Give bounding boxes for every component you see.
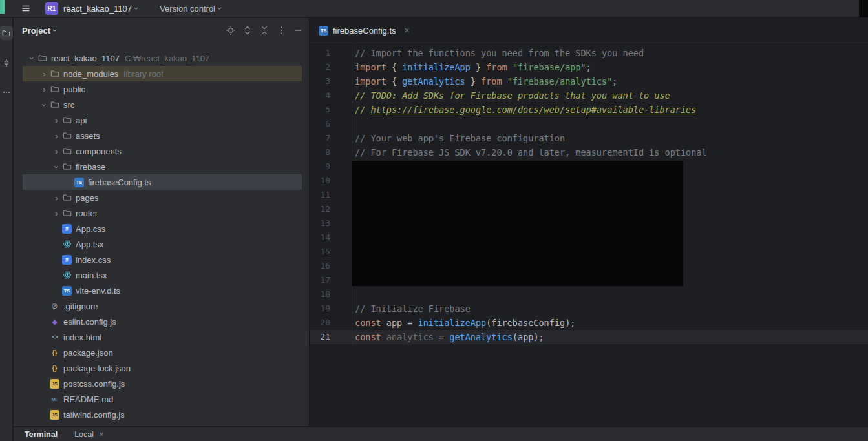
hamburger-menu-icon[interactable]: [21, 3, 31, 14]
code-view[interactable]: 1// Import the functions you need from t…: [310, 43, 868, 344]
tree-item-react_kakao_1107[interactable]: ›react_kakao_1107C:₩react_kakao_1107: [14, 50, 309, 66]
code-line-6[interactable]: 6: [310, 117, 868, 131]
chevron-collapsed-icon[interactable]: ›: [51, 147, 62, 156]
folder-icon: [50, 100, 59, 110]
folder-icon: [50, 85, 59, 94]
code-line-4[interactable]: 4// TODO: Add SDKs for Firebase products…: [310, 88, 868, 103]
code-line-19[interactable]: 19// Initialize Firebase: [310, 302, 868, 316]
line-number[interactable]: 10: [310, 174, 352, 188]
code-line-21[interactable]: 21const analytics = getAnalytics(app);: [310, 330, 868, 344]
close-tab-icon[interactable]: ×: [405, 25, 410, 36]
tree-item-index.css[interactable]: #index.css: [14, 252, 309, 267]
project-badge[interactable]: R1: [45, 2, 58, 15]
terminal-tab-local[interactable]: Local ×: [74, 429, 103, 439]
project-panel-title[interactable]: Project ›: [22, 26, 56, 36]
close-icon[interactable]: ×: [99, 429, 104, 439]
code-line-18[interactable]: 18: [310, 287, 868, 302]
code-line-20[interactable]: 20const app = initializeApp(firebaseConf…: [310, 316, 868, 330]
tree-item-api[interactable]: ›api: [14, 112, 309, 128]
chevron-expanded-icon[interactable]: ›: [27, 53, 37, 64]
terminal-tool-label[interactable]: Terminal: [25, 430, 58, 439]
line-number[interactable]: 9: [310, 159, 352, 174]
tree-item-App.css[interactable]: #App.css: [14, 221, 309, 236]
chevron-collapsed-icon[interactable]: ›: [39, 69, 50, 79]
code-line-2[interactable]: 2import { initializeApp } from "firebase…: [310, 60, 868, 74]
hide-icon[interactable]: [293, 25, 303, 36]
chevron-collapsed-icon[interactable]: ›: [51, 209, 62, 218]
more-tool-windows-button[interactable]: [0, 85, 13, 99]
editor-tab-firebaseConfig[interactable]: TS firebaseConfig.ts ×: [319, 25, 410, 36]
code-token: =: [434, 332, 449, 342]
code-line-3[interactable]: 3import { getAnalytics } from "firebase/…: [310, 74, 868, 88]
tree-item-components[interactable]: ›components: [14, 143, 309, 159]
tree-item-main.tsx[interactable]: main.tsx: [14, 267, 309, 283]
tree-item-tailwind.config.js[interactable]: JStailwind.config.js: [14, 407, 309, 422]
line-number[interactable]: 16: [310, 259, 352, 273]
chevron-collapsed-icon[interactable]: ›: [39, 85, 50, 94]
project-panel-header: Project ›: [14, 18, 309, 43]
tree-item-App.tsx[interactable]: App.tsx: [14, 236, 309, 252]
line-number[interactable]: 7: [310, 131, 352, 145]
tree-item-router[interactable]: ›router: [14, 205, 309, 221]
tree-item-label: src: [63, 100, 74, 110]
tree-item-pages[interactable]: ›pages: [14, 190, 309, 205]
tree-item-.gitignore[interactable]: ⊘.gitignore: [14, 298, 309, 314]
chevron-expanded-icon[interactable]: ›: [39, 99, 49, 110]
tree-item-public[interactable]: ›public: [14, 81, 309, 97]
tree-item-index.html[interactable]: <>index.html: [14, 329, 309, 345]
tool-window-strip: [0, 18, 13, 441]
commit-tool-button[interactable]: [0, 56, 13, 70]
project-tool-button[interactable]: [0, 26, 13, 40]
line-number[interactable]: 19: [310, 302, 352, 316]
tree-item-package-lock.json[interactable]: {}package-lock.json: [14, 360, 309, 376]
line-number[interactable]: 3: [310, 74, 352, 88]
line-number[interactable]: 18: [310, 287, 352, 302]
line-number[interactable]: 13: [310, 216, 352, 231]
code-line-7[interactable]: 7// Your web app's Firebase configuratio…: [310, 131, 868, 145]
line-number[interactable]: 14: [310, 231, 352, 245]
tree-item-vite-env.d.ts[interactable]: TSvite-env.d.ts: [14, 283, 309, 298]
tree-item-assets[interactable]: ›assets: [14, 128, 309, 143]
code-token: }: [465, 76, 481, 87]
line-number[interactable]: 2: [310, 60, 352, 74]
line-number[interactable]: 1: [310, 46, 352, 60]
expand-all-icon[interactable]: [242, 25, 253, 36]
chevron-collapsed-icon[interactable]: ›: [51, 131, 62, 141]
tree-item-eslint.config.js[interactable]: ◆eslint.config.js: [14, 314, 309, 329]
tree-item-package.json[interactable]: {}package.json: [14, 345, 309, 360]
options-icon[interactable]: [276, 25, 286, 36]
terminal-tab-label: Local: [74, 430, 94, 439]
code-token: // TODO: Add SDKs for Firebase products …: [355, 90, 670, 101]
tree-item-README.md[interactable]: M↓README.md: [14, 391, 309, 407]
line-number[interactable]: 15: [310, 245, 352, 259]
tree-item-label: assets: [76, 131, 100, 141]
project-name-menu[interactable]: react_kakao_1107: [63, 4, 132, 14]
chevron-down-icon: ›: [50, 29, 59, 32]
tree-item-src[interactable]: ›src: [14, 97, 309, 112]
tree-item-postcss.config.js[interactable]: JSpostcss.config.js: [14, 376, 309, 391]
code-token: const: [355, 318, 381, 328]
chevron-expanded-icon[interactable]: ›: [52, 161, 61, 172]
line-number[interactable]: 11: [310, 188, 352, 202]
line-number[interactable]: 20: [310, 316, 352, 330]
collapse-all-icon[interactable]: [259, 25, 270, 36]
code-token: "firebase/app": [513, 62, 586, 72]
version-control-menu[interactable]: Version control ›: [160, 4, 221, 14]
tree-item-firebase[interactable]: ›firebase: [14, 159, 309, 174]
line-number[interactable]: 6: [310, 117, 352, 131]
code-line-5[interactable]: 5// https://firebase.google.com/docs/web…: [310, 103, 868, 117]
code-line-1[interactable]: 1// Import the functions you need from t…: [310, 46, 868, 60]
chevron-collapsed-icon[interactable]: ›: [51, 116, 62, 125]
line-number[interactable]: 21: [310, 330, 352, 344]
line-number[interactable]: 17: [310, 273, 352, 287]
tree-item-node_modules[interactable]: ›node_moduleslibrary root: [14, 66, 309, 81]
chevron-collapsed-icon[interactable]: ›: [51, 193, 62, 203]
code-line-8[interactable]: 8// For Firebase JS SDK v7.20.0 and late…: [310, 145, 868, 159]
line-number[interactable]: 8: [310, 145, 352, 159]
tree-item-firebaseConfig.ts[interactable]: TSfirebaseConfig.ts: [14, 174, 309, 190]
line-number[interactable]: 4: [310, 88, 352, 103]
select-opened-file-icon[interactable]: [226, 25, 236, 36]
line-number[interactable]: 12: [310, 202, 352, 216]
line-number[interactable]: 5: [310, 103, 352, 117]
tree-item-label: main.tsx: [76, 271, 107, 280]
